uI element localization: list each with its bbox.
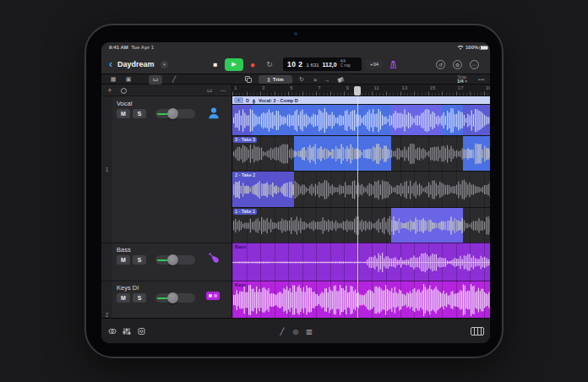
bar-ticks <box>232 91 490 96</box>
photo-background: 9:41 AM Tue Apr 1 100% ‹ Daydream ▾ ■ <box>0 0 588 382</box>
disclosure-chevron-icon[interactable]: ▾ <box>234 97 243 103</box>
browsers-view-icon[interactable]: ▦ <box>108 74 118 85</box>
slider-knob[interactable] <box>167 108 178 119</box>
tool-bar: ▦ ▣ ▭ ╱ ][ Trim ↻ × → Snap <box>101 74 490 85</box>
slider-knob[interactable] <box>167 254 178 265</box>
bottom-bar: ╱ ◎ ▥ <box>101 318 490 343</box>
mute-button[interactable]: M <box>117 255 130 265</box>
status-date: Tue Apr 1 <box>131 45 154 50</box>
vocal-comp-region[interactable] <box>232 104 490 135</box>
ellipsis-icon: ⋯ <box>470 60 479 69</box>
track-divider <box>101 281 231 281</box>
project-menu-button[interactable]: ▾ <box>161 54 168 74</box>
ruler-bar-number: 17 <box>458 85 464 90</box>
split-tool-icon[interactable]: × <box>310 74 320 85</box>
play-button[interactable]: ▶ <box>225 58 243 71</box>
battery-percent: 100% <box>466 45 478 50</box>
solo-button[interactable]: S <box>133 255 146 265</box>
track-number: 1 <box>101 166 112 172</box>
take-label: 1 - Take 1 <box>233 209 257 215</box>
ruler-bar-number: 5 <box>290 85 292 90</box>
regions-view-icon[interactable]: ▭ <box>149 75 162 85</box>
bass-guitar-icon[interactable] <box>207 251 221 269</box>
volume-slider[interactable] <box>155 109 195 118</box>
caret-down-icon: ▾ <box>465 79 467 84</box>
add-track-button[interactable]: + <box>105 85 115 96</box>
eraser-tool-icon[interactable] <box>335 74 346 85</box>
tracks-area[interactable]: ▾ D Vocal: 2 - Comp D 3 - Take 3 2 - Tak… <box>231 96 490 318</box>
browser-icon[interactable] <box>106 319 118 343</box>
di-box-icon[interactable] <box>206 292 220 300</box>
play-surface-keyboard-icon[interactable] <box>468 319 487 343</box>
overflow-icon[interactable]: ••• <box>476 74 487 85</box>
playhead-line <box>357 96 358 318</box>
snap-control[interactable]: Snap 1/4 ▾ <box>451 74 473 85</box>
ruler-bar-number: 13 <box>402 85 408 90</box>
main-toolbar: ‹ Daydream ▾ ■ ▶ ● ↻ 10 2 1 631 112,0 4/… <box>101 54 490 74</box>
lcd-display[interactable]: 10 2 1 631 112,0 4/4 C maj <box>283 57 362 71</box>
ruler-bar-number: 11 <box>374 85 379 90</box>
cycle-button[interactable]: ↻ <box>264 54 275 74</box>
bar-ruler[interactable]: 135791113151719 <box>231 85 490 96</box>
duplicate-icon[interactable] <box>243 74 253 85</box>
track-name-keys[interactable]: Keys DI <box>117 284 139 292</box>
undo-icon: ↺ <box>436 60 445 69</box>
edit-pencil-icon[interactable]: ╱ <box>276 319 288 343</box>
volume-slider[interactable] <box>155 255 195 265</box>
loop-tool-icon[interactable]: ↻ <box>297 74 307 85</box>
mute-button[interactable]: M <box>117 293 130 303</box>
piano-roll-icon[interactable]: ▥ <box>303 319 315 343</box>
zoom-out-icon[interactable]: — <box>218 85 228 96</box>
trim-icon: ][ <box>267 77 270 82</box>
stop-button[interactable]: ■ <box>210 54 221 74</box>
vocalist-icon[interactable] <box>206 106 221 124</box>
solo-button[interactable]: S <box>133 109 146 118</box>
automation-icon[interactable]: ╱ <box>169 74 179 85</box>
ipad-device: 9:41 AM Tue Apr 1 100% ‹ Daydream ▾ ■ <box>84 24 504 358</box>
project-title[interactable]: Daydream <box>117 54 155 74</box>
mute-button[interactable]: M <box>117 109 130 118</box>
ruler-bar-number: 9 <box>346 85 348 90</box>
take-lane-3[interactable]: 3 - Take 3 <box>232 135 490 171</box>
mixer-icon[interactable] <box>121 319 133 343</box>
track-list-header: + ▭ — <box>101 85 231 96</box>
solo-button[interactable]: S <box>133 293 146 303</box>
playhead-handle[interactable] <box>354 86 361 96</box>
lcd-key: C maj <box>340 64 351 68</box>
take-lane-2[interactable]: 2 - Take 2 <box>232 171 490 207</box>
smart-controls-icon[interactable]: ◎ <box>290 319 302 343</box>
logic-pro-app: 9:41 AM Tue Apr 1 100% ‹ Daydream ▾ ■ <box>101 42 490 343</box>
join-tool-icon[interactable]: → <box>322 74 332 85</box>
record-button[interactable]: ● <box>247 54 259 74</box>
track-group-icon[interactable] <box>118 85 128 96</box>
track-number-column <box>101 96 112 318</box>
undo-button[interactable]: ↺ <box>436 54 445 74</box>
lcd-position-ticks: 1 631 <box>307 63 319 68</box>
take-lane-1[interactable]: 1 - Take 1 <box>232 207 490 243</box>
more-button[interactable]: ⋯ <box>470 54 479 74</box>
counter-badge[interactable]: +34 <box>366 60 383 69</box>
slider-knob[interactable] <box>167 292 178 303</box>
region-label: Keys <box>235 282 246 287</box>
ruler-bar-number: 19 <box>486 85 490 90</box>
trim-tool-button[interactable]: ][ Trim <box>259 75 292 84</box>
plugins-icon[interactable] <box>135 319 147 343</box>
tracks-view-icon[interactable]: ▣ <box>123 74 133 85</box>
volume-slider[interactable] <box>155 293 195 303</box>
gear-icon: ⚙ <box>453 60 462 69</box>
settings-button[interactable]: ⚙ <box>453 54 462 74</box>
take-label: 2 - Take 2 <box>233 172 257 178</box>
track-number: 2 <box>101 312 112 318</box>
comp-region-title: Vocal: 2 - Comp D <box>259 98 298 103</box>
track-header-config-icon[interactable]: ▭ <box>204 85 215 96</box>
bass-region[interactable]: Bass <box>232 243 490 281</box>
track-name-vocal[interactable]: Vocal <box>117 100 132 107</box>
back-icon[interactable]: ‹ <box>106 54 115 74</box>
caret-down-icon: ▾ <box>161 61 168 68</box>
region-label: Bass <box>235 244 246 249</box>
track-name-bass[interactable]: Bass <box>117 246 131 254</box>
take-folder-header[interactable]: ▾ D Vocal: 2 - Comp D <box>232 96 490 104</box>
take-label: 3 - Take 3 <box>233 137 257 143</box>
metronome-icon[interactable] <box>387 54 399 74</box>
keys-region[interactable]: Keys <box>232 281 490 318</box>
